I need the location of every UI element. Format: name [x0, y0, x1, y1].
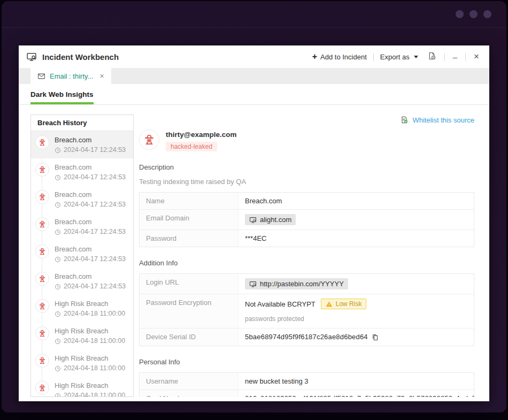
- row-value: 316c318139653ccf191f805df5213e7e5b95980a…: [238, 390, 474, 397]
- encryption-note: passwords protected: [245, 315, 467, 323]
- breach-name: Breach.com: [55, 217, 126, 227]
- personal-info-table: Username new bucket testing 3 Card Numbe…: [139, 372, 474, 397]
- login-url-chip[interactable]: http://pastebin.com/YYYYY: [245, 278, 348, 289]
- breach-history-list[interactable]: Breach.com 2024-04-17 12:24:53 Breach.co…: [31, 131, 133, 396]
- breach-history-title: Breach History: [31, 115, 133, 131]
- divider: [373, 53, 374, 61]
- table-row: Email Domain alight.com: [140, 210, 474, 230]
- breach-time: 2024-04-17 12:24:53: [55, 172, 126, 182]
- breach-history-item[interactable]: High Risk Breach 2024-04-18 11:00:00: [31, 377, 133, 396]
- addition-info-table: Login URL http://pastebin.com/YYYYY Pass…: [139, 273, 474, 346]
- breach-name: High Risk Breach: [55, 326, 125, 336]
- encryption-value: Not Available BCRYPT: [245, 300, 315, 308]
- page-title: Incident Workbench: [42, 52, 119, 62]
- device-serial-value: 5bae68974d95f9f6187c26ae8d6bed64: [245, 333, 368, 341]
- minimize-button[interactable]: –: [450, 51, 460, 63]
- breach-icon: [35, 245, 49, 258]
- row-value: ***4EC: [238, 230, 474, 247]
- row-label: Name: [140, 193, 238, 209]
- row-label: Login URL: [140, 274, 238, 294]
- section-tabbar: Dark Web Insights: [19, 84, 489, 105]
- mail-icon: [37, 72, 45, 80]
- workbench-icon: [249, 216, 257, 224]
- breach-icon: [35, 326, 49, 340]
- email-domain-chip[interactable]: alight.com: [245, 214, 296, 225]
- copy-button[interactable]: [371, 333, 379, 341]
- add-to-incident-button[interactable]: + Add to Incident: [311, 50, 368, 63]
- clock-icon: [55, 365, 61, 372]
- doc-check-icon: [400, 116, 409, 124]
- breach-history-item[interactable]: High Risk Breach 2024-04-18 11:00:00: [31, 322, 133, 349]
- low-risk-badge: Low Risk: [321, 299, 367, 309]
- breach-history-item[interactable]: Breach.com 2024-04-17 12:24:53: [31, 268, 133, 295]
- subject-row: thirty@example.com hacked-leaked: [139, 129, 474, 151]
- divider: [444, 53, 445, 61]
- table-row: Device Serial ID 5bae68974d95f9f6187c26a…: [140, 329, 474, 346]
- window-control-dot[interactable]: [456, 10, 464, 18]
- description-heading: Description: [139, 163, 474, 171]
- breach-time: 2024-04-18 11:00:00: [55, 391, 125, 396]
- browser-titlebar: [2, 1, 506, 28]
- whitelist-source-link[interactable]: Whitelist this source: [412, 116, 474, 124]
- clock-icon: [55, 147, 61, 154]
- incident-workbench-window: Incident Workbench + Add to Incident Exp…: [19, 45, 489, 401]
- table-row: Password ***4EC: [140, 230, 474, 247]
- copy-icon: [371, 333, 379, 341]
- row-label: Email Domain: [140, 210, 238, 230]
- breach-time: 2024-04-17 12:24:53: [55, 254, 126, 264]
- row-value: Breach.com: [238, 193, 474, 209]
- breach-name: High Risk Breach: [55, 299, 125, 309]
- clock-icon: [55, 229, 61, 235]
- tab-email-thirty[interactable]: Email : thirty... ×: [30, 68, 111, 84]
- row-label: Device Serial ID: [140, 329, 238, 346]
- breach-name: Breach.com: [55, 135, 126, 145]
- schedule-report-button[interactable]: [425, 50, 439, 63]
- close-button[interactable]: ×: [471, 50, 482, 63]
- breach-name: Breach.com: [55, 271, 126, 281]
- breach-history-item[interactable]: High Risk Breach 2024-04-18 11:00:00: [31, 349, 133, 377]
- clock-icon: [55, 284, 61, 290]
- table-row: Login URL http://pastebin.com/YYYYY: [140, 274, 474, 294]
- breach-history-item[interactable]: Breach.com 2024-04-17 12:24:53: [31, 213, 133, 240]
- table-row: Name Breach.com: [140, 193, 474, 210]
- row-label: Password Encryption: [140, 294, 238, 328]
- breach-history-item[interactable]: Breach.com 2024-04-17 12:24:53: [31, 131, 133, 158]
- window-control-dot[interactable]: [469, 10, 478, 18]
- workbench-icon: [26, 51, 37, 62]
- active-tab-underline: [30, 102, 94, 104]
- breach-name: High Risk Breach: [55, 380, 125, 391]
- breach-history-item[interactable]: Breach.com 2024-04-17 12:24:53: [31, 240, 133, 268]
- row-value: http://pastebin.com/YYYYY: [238, 274, 474, 294]
- breach-time: 2024-04-17 12:24:53: [55, 227, 126, 237]
- export-as-button[interactable]: Export as: [379, 51, 419, 63]
- subject-email: thirty@example.com: [166, 131, 236, 139]
- whitelist-row: Whitelist this source: [139, 114, 474, 125]
- breach-name: Breach.com: [55, 244, 126, 254]
- breach-time: 2024-04-18 11:00:00: [55, 363, 125, 373]
- window-control-dot[interactable]: [483, 10, 491, 18]
- plus-icon: +: [312, 52, 317, 61]
- add-to-incident-label: Add to Incident: [320, 53, 367, 61]
- content-area: Breach History Breach.com 2024-04-17 12:…: [19, 105, 489, 401]
- breach-history-item[interactable]: Breach.com 2024-04-17 12:24:53: [31, 158, 133, 186]
- breach-history-item[interactable]: High Risk Breach 2024-04-18 11:00:00: [31, 295, 133, 322]
- breach-history-item[interactable]: Breach.com 2024-04-17 12:24:53: [31, 186, 133, 213]
- tab-dark-web-insights[interactable]: Dark Web Insights: [30, 84, 94, 104]
- breach-icon: [35, 217, 49, 231]
- breach-time: 2024-04-17 12:24:53: [55, 281, 126, 292]
- addition-info-heading: Addition Info: [139, 259, 474, 267]
- clock-icon: [55, 338, 61, 345]
- table-row: Password Encryption Not Available BCRYPT…: [140, 294, 474, 329]
- breach-avatar-icon: [139, 129, 159, 150]
- breach-icon: [35, 135, 49, 149]
- breach-icon: [35, 354, 49, 368]
- workbench-header: Incident Workbench + Add to Incident Exp…: [19, 45, 489, 68]
- breach-icon: [35, 163, 49, 177]
- tab-close-icon[interactable]: ×: [99, 72, 104, 80]
- description-text: Testing indexing time raised by QA: [139, 178, 474, 186]
- breach-name: Breach.com: [55, 189, 126, 200]
- breach-detail: Whitelist this source thirty@example.com…: [139, 114, 474, 397]
- row-label: Password: [140, 230, 238, 247]
- row-value: Not Available BCRYPT Low Risk passwords …: [238, 294, 474, 328]
- row-value: new bucket testing 3: [238, 373, 474, 390]
